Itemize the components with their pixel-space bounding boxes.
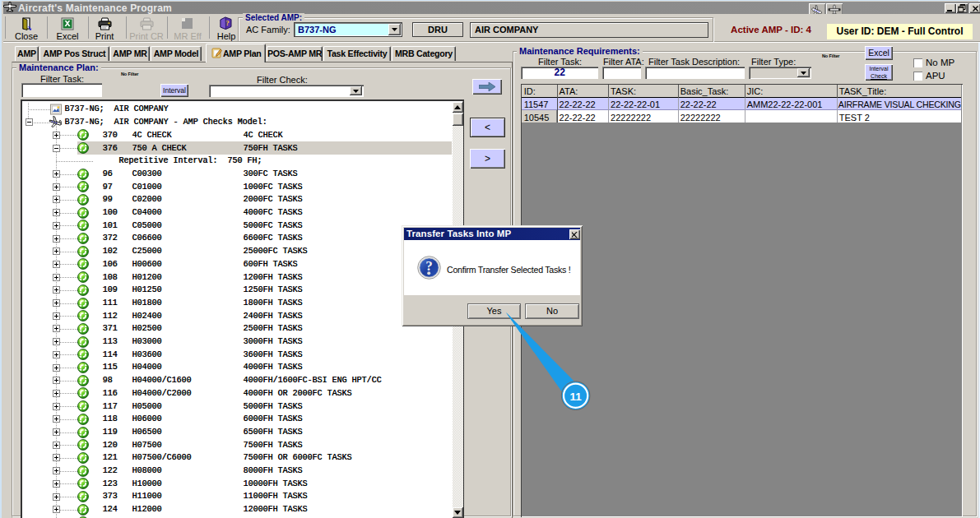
svg-text:?: ? [225, 19, 230, 27]
svg-text:?: ? [425, 258, 433, 274]
